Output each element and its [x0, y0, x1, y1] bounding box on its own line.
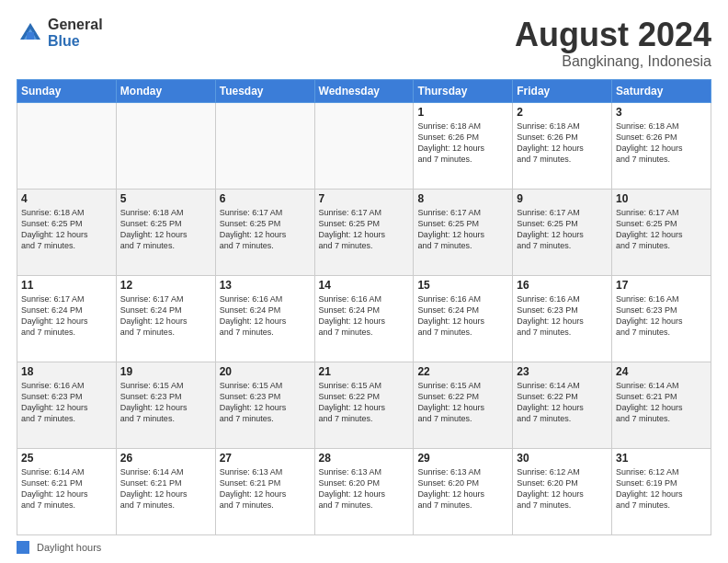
- table-row: 11Sunrise: 6:17 AM Sunset: 6:24 PM Dayli…: [17, 275, 117, 362]
- col-tuesday: Tuesday: [215, 79, 314, 102]
- day-detail: Sunrise: 6:16 AM Sunset: 6:23 PM Dayligh…: [616, 293, 707, 339]
- table-row: 27Sunrise: 6:13 AM Sunset: 6:21 PM Dayli…: [215, 448, 314, 534]
- day-number: 18: [21, 365, 112, 378]
- header: General Blue August 2024 Bangkinang, Ind…: [17, 17, 711, 70]
- day-detail: Sunrise: 6:14 AM Sunset: 6:21 PM Dayligh…: [21, 466, 112, 511]
- table-row: 14Sunrise: 6:16 AM Sunset: 6:24 PM Dayli…: [314, 275, 414, 362]
- day-detail: Sunrise: 6:16 AM Sunset: 6:23 PM Dayligh…: [517, 293, 608, 339]
- table-row: 31Sunrise: 6:12 AM Sunset: 6:19 PM Dayli…: [612, 448, 711, 534]
- day-detail: Sunrise: 6:14 AM Sunset: 6:21 PM Dayligh…: [120, 466, 211, 511]
- day-number: 12: [120, 279, 211, 292]
- col-thursday: Thursday: [414, 79, 513, 102]
- day-detail: Sunrise: 6:17 AM Sunset: 6:25 PM Dayligh…: [319, 207, 410, 252]
- page: General Blue August 2024 Bangkinang, Ind…: [0, 0, 728, 563]
- table-row: 5Sunrise: 6:18 AM Sunset: 6:25 PM Daylig…: [116, 189, 215, 275]
- table-row: 25Sunrise: 6:14 AM Sunset: 6:21 PM Dayli…: [17, 448, 117, 534]
- day-number: 17: [616, 279, 707, 292]
- calendar-title: August 2024: [515, 17, 711, 53]
- day-number: 31: [616, 452, 707, 465]
- day-number: 2: [517, 106, 608, 119]
- table-row: 29Sunrise: 6:13 AM Sunset: 6:20 PM Dayli…: [414, 448, 513, 534]
- table-row: 23Sunrise: 6:14 AM Sunset: 6:22 PM Dayli…: [513, 362, 612, 448]
- table-row: 15Sunrise: 6:16 AM Sunset: 6:24 PM Dayli…: [414, 275, 513, 362]
- legend: Daylight hours: [17, 541, 711, 554]
- col-sunday: Sunday: [17, 79, 117, 102]
- day-detail: Sunrise: 6:18 AM Sunset: 6:26 PM Dayligh…: [616, 121, 707, 166]
- table-row: 20Sunrise: 6:15 AM Sunset: 6:23 PM Dayli…: [215, 362, 314, 448]
- day-number: 14: [319, 279, 410, 292]
- day-detail: Sunrise: 6:13 AM Sunset: 6:20 PM Dayligh…: [417, 466, 508, 511]
- table-row: 2Sunrise: 6:18 AM Sunset: 6:26 PM Daylig…: [513, 102, 612, 189]
- day-detail: Sunrise: 6:14 AM Sunset: 6:21 PM Dayligh…: [616, 380, 707, 425]
- day-detail: Sunrise: 6:15 AM Sunset: 6:22 PM Dayligh…: [319, 380, 410, 425]
- logo: General Blue: [17, 17, 103, 49]
- day-detail: Sunrise: 6:13 AM Sunset: 6:21 PM Dayligh…: [220, 466, 311, 511]
- day-number: 28: [319, 452, 410, 465]
- title-block: August 2024 Bangkinang, Indonesia: [515, 17, 711, 70]
- table-row: 19Sunrise: 6:15 AM Sunset: 6:23 PM Dayli…: [116, 362, 215, 448]
- day-number: 19: [120, 365, 211, 378]
- table-row: 26Sunrise: 6:14 AM Sunset: 6:21 PM Dayli…: [116, 448, 215, 534]
- calendar-week-row: 4Sunrise: 6:18 AM Sunset: 6:25 PM Daylig…: [17, 189, 711, 275]
- day-detail: Sunrise: 6:15 AM Sunset: 6:22 PM Dayligh…: [417, 380, 508, 425]
- col-saturday: Saturday: [612, 79, 711, 102]
- day-number: 16: [517, 279, 608, 292]
- day-number: 7: [319, 192, 410, 205]
- calendar-week-row: 25Sunrise: 6:14 AM Sunset: 6:21 PM Dayli…: [17, 448, 711, 534]
- day-number: 10: [616, 192, 707, 205]
- table-row: 7Sunrise: 6:17 AM Sunset: 6:25 PM Daylig…: [314, 189, 414, 275]
- day-detail: Sunrise: 6:18 AM Sunset: 6:25 PM Dayligh…: [21, 207, 112, 252]
- day-detail: Sunrise: 6:18 AM Sunset: 6:25 PM Dayligh…: [120, 207, 211, 252]
- day-number: 6: [220, 192, 311, 205]
- col-monday: Monday: [116, 79, 215, 102]
- table-row: [17, 102, 117, 189]
- day-detail: Sunrise: 6:13 AM Sunset: 6:20 PM Dayligh…: [319, 466, 410, 511]
- table-row: 8Sunrise: 6:17 AM Sunset: 6:25 PM Daylig…: [414, 189, 513, 275]
- day-number: 29: [417, 452, 508, 465]
- table-row: 24Sunrise: 6:14 AM Sunset: 6:21 PM Dayli…: [612, 362, 711, 448]
- day-number: 9: [517, 192, 608, 205]
- day-detail: Sunrise: 6:17 AM Sunset: 6:25 PM Dayligh…: [517, 207, 608, 252]
- table-row: 3Sunrise: 6:18 AM Sunset: 6:26 PM Daylig…: [612, 102, 711, 189]
- col-wednesday: Wednesday: [314, 79, 414, 102]
- table-row: 10Sunrise: 6:17 AM Sunset: 6:25 PM Dayli…: [612, 189, 711, 275]
- day-detail: Sunrise: 6:18 AM Sunset: 6:26 PM Dayligh…: [517, 121, 608, 166]
- table-row: [314, 102, 414, 189]
- day-number: 27: [220, 452, 311, 465]
- table-row: 1Sunrise: 6:18 AM Sunset: 6:26 PM Daylig…: [414, 102, 513, 189]
- day-number: 1: [417, 106, 508, 119]
- day-detail: Sunrise: 6:17 AM Sunset: 6:24 PM Dayligh…: [21, 293, 112, 339]
- table-row: 6Sunrise: 6:17 AM Sunset: 6:25 PM Daylig…: [215, 189, 314, 275]
- day-number: 13: [220, 279, 311, 292]
- table-row: 28Sunrise: 6:13 AM Sunset: 6:20 PM Dayli…: [314, 448, 414, 534]
- day-detail: Sunrise: 6:15 AM Sunset: 6:23 PM Dayligh…: [220, 380, 311, 425]
- table-row: 21Sunrise: 6:15 AM Sunset: 6:22 PM Dayli…: [314, 362, 414, 448]
- calendar-header-row: Sunday Monday Tuesday Wednesday Thursday…: [17, 79, 711, 102]
- day-number: 20: [220, 365, 311, 378]
- day-detail: Sunrise: 6:15 AM Sunset: 6:23 PM Dayligh…: [120, 380, 211, 425]
- day-number: 24: [616, 365, 707, 378]
- day-detail: Sunrise: 6:17 AM Sunset: 6:25 PM Dayligh…: [220, 207, 311, 252]
- table-row: 18Sunrise: 6:16 AM Sunset: 6:23 PM Dayli…: [17, 362, 117, 448]
- day-number: 26: [120, 452, 211, 465]
- day-detail: Sunrise: 6:16 AM Sunset: 6:24 PM Dayligh…: [220, 293, 311, 339]
- table-row: 16Sunrise: 6:16 AM Sunset: 6:23 PM Dayli…: [513, 275, 612, 362]
- table-row: 13Sunrise: 6:16 AM Sunset: 6:24 PM Dayli…: [215, 275, 314, 362]
- day-number: 4: [21, 192, 112, 205]
- logo-blue-text: Blue: [48, 33, 103, 50]
- day-detail: Sunrise: 6:17 AM Sunset: 6:24 PM Dayligh…: [120, 293, 211, 339]
- svg-rect-2: [27, 32, 34, 40]
- day-number: 15: [417, 279, 508, 292]
- table-row: [215, 102, 314, 189]
- logo-text: General Blue: [48, 17, 103, 49]
- day-number: 21: [319, 365, 410, 378]
- day-number: 25: [21, 452, 112, 465]
- table-row: 30Sunrise: 6:12 AM Sunset: 6:20 PM Dayli…: [513, 448, 612, 534]
- day-detail: Sunrise: 6:16 AM Sunset: 6:24 PM Dayligh…: [417, 293, 508, 339]
- calendar-week-row: 18Sunrise: 6:16 AM Sunset: 6:23 PM Dayli…: [17, 362, 711, 448]
- day-detail: Sunrise: 6:12 AM Sunset: 6:20 PM Dayligh…: [517, 466, 608, 511]
- day-number: 23: [517, 365, 608, 378]
- logo-icon: [17, 19, 44, 47]
- table-row: 4Sunrise: 6:18 AM Sunset: 6:25 PM Daylig…: [17, 189, 117, 275]
- day-number: 8: [417, 192, 508, 205]
